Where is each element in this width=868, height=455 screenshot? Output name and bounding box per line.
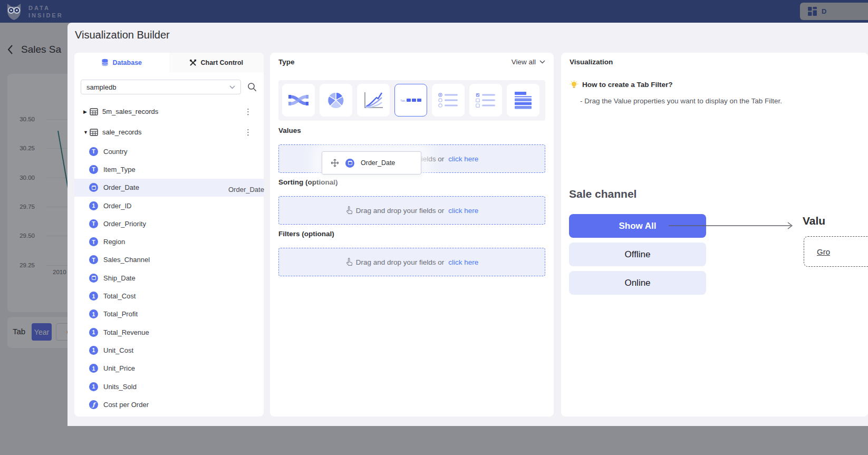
field-item[interactable]: Order_ID	[74, 197, 264, 215]
number-field-icon	[89, 382, 98, 391]
field-item[interactable]: Total_Cost	[74, 287, 264, 305]
view-all-button[interactable]: View all	[512, 58, 545, 66]
click-here-link[interactable]: click here	[448, 258, 478, 266]
annotation-arrow-icon	[669, 221, 796, 230]
brand[interactable]: DATA INSIDER	[4, 2, 63, 21]
click-here-link[interactable]: click here	[448, 155, 478, 163]
text-field-icon	[89, 219, 98, 228]
dropzone-hint: Drag and drop your fields or	[356, 258, 444, 266]
dropzone-hint: Drag and drop your fields or	[356, 207, 444, 215]
field-label: Order_Date	[103, 183, 139, 191]
dropdown-filter-icon[interactable]	[507, 84, 539, 117]
brand-line1: DATA	[28, 4, 63, 12]
field-item[interactable]: Region	[74, 233, 264, 250]
top-navbar: DATA INSIDER D	[0, 0, 868, 23]
number-field-icon	[89, 346, 98, 355]
number-field-icon	[89, 309, 98, 318]
field-item[interactable]: Units_Sold	[74, 377, 264, 395]
annotation-box: Gro	[804, 236, 868, 267]
text-field-icon	[89, 237, 98, 246]
table-item-sale-records[interactable]: sale_records	[74, 122, 264, 142]
table-name: sale_records	[102, 128, 141, 136]
tab-filter-icon[interactable]: Tab	[394, 84, 427, 117]
click-here-link[interactable]: click here	[448, 207, 478, 215]
drag-hand-icon	[345, 206, 353, 215]
search-icon[interactable]	[247, 82, 257, 92]
multi-choice-filter-icon[interactable]	[469, 84, 502, 117]
number-field-icon	[89, 292, 98, 301]
drag-ghost-order-date: Order_Date	[322, 151, 421, 175]
tip-title: How to create a Tab Filter?	[582, 81, 673, 89]
single-choice-filter-icon[interactable]	[432, 84, 465, 117]
sorting-section-label: Sorting (optional)	[278, 178, 337, 186]
view-all-label: View all	[512, 58, 536, 66]
tab-chart-control[interactable]: Chart Control	[169, 53, 264, 72]
table-icon	[90, 108, 98, 115]
type-section-label: Type	[278, 58, 295, 66]
field-item[interactable]: Order_Priority	[74, 215, 264, 233]
table-name: 5m_sales_records	[102, 108, 158, 115]
date-field-icon	[89, 183, 98, 192]
caret-down-icon[interactable]	[83, 130, 90, 135]
field-label: Total_Cost	[103, 292, 136, 300]
number-field-icon	[89, 201, 98, 210]
field-label: Country	[103, 148, 128, 156]
filters-section-label: Filters (optional)	[278, 230, 334, 238]
field-label: Ship_Date	[103, 274, 136, 282]
field-item[interactable]: Total_Profit	[74, 305, 264, 323]
field-label: Cost per Order	[103, 401, 149, 409]
field-item[interactable]: Item_Type	[74, 160, 264, 178]
preview-title: Sale channel	[569, 188, 636, 200]
chart-type-tray: Tab	[278, 80, 545, 121]
field-item[interactable]: Country	[74, 142, 264, 160]
tools-icon	[189, 59, 197, 66]
brand-line2: INSIDER	[28, 12, 63, 19]
field-tree: 5m_sales_records sale_records Country	[74, 101, 264, 413]
builder-panel: Type View all	[270, 53, 554, 417]
tab-database-label: Database	[112, 59, 142, 66]
text-field-icon	[89, 165, 98, 174]
visualization-panel: Visualization How to create a Tab Filter…	[561, 53, 868, 417]
dialog-title: Visualization Builder	[75, 29, 170, 41]
tab-chart-control-label: Chart Control	[200, 59, 243, 66]
database-select[interactable]: sampledb	[81, 80, 241, 94]
drag-origin-label: Order_Date	[228, 186, 264, 193]
database-panel: Database Chart Control sampledb	[74, 53, 264, 417]
field-label: Sales_Channel	[103, 256, 150, 264]
chevron-down-icon	[539, 60, 545, 64]
pie-chart-icon[interactable]	[320, 84, 352, 117]
field-label: Region	[103, 238, 125, 246]
field-item[interactable]: Unit_Price	[74, 360, 264, 377]
sankey-chart-icon[interactable]	[282, 84, 315, 117]
filters-dropzone[interactable]: Drag and drop your fields or click here	[278, 248, 545, 276]
preview-option-online[interactable]: Online	[569, 271, 706, 295]
line-chart-icon[interactable]	[357, 84, 390, 117]
function-field-icon	[89, 400, 98, 409]
visualization-heading: Visualization	[570, 58, 613, 66]
tip-body: - Drag the Value properties you want to …	[580, 97, 782, 105]
kebab-menu-icon[interactable]	[244, 107, 264, 117]
text-field-icon	[89, 255, 98, 264]
dashboard-button[interactable]: D	[800, 3, 868, 20]
kebab-menu-icon[interactable]	[244, 128, 264, 137]
field-item[interactable]: Cost per Order	[74, 395, 264, 413]
tab-database[interactable]: Database	[74, 53, 169, 72]
table-item-5m-sales-records[interactable]: 5m_sales_records	[74, 101, 264, 122]
field-label: Units_Sold	[103, 383, 137, 391]
field-label: Order_ID	[103, 202, 131, 210]
dashboard-icon	[807, 6, 817, 16]
caret-right-icon[interactable]	[83, 109, 90, 114]
field-item[interactable]: Unit_Cost	[74, 341, 264, 359]
owl-logo-icon	[4, 2, 24, 21]
values-section-label: Values	[278, 127, 301, 134]
field-item[interactable]: Total_Revenue	[74, 323, 264, 341]
preview-option-offline[interactable]: Offline	[569, 243, 706, 266]
number-field-icon	[89, 364, 98, 373]
field-item[interactable]: Sales_Channel	[74, 251, 264, 269]
visualization-builder-dialog: Visualization Builder Database	[67, 23, 868, 426]
table-icon	[90, 129, 98, 136]
lightbulb-icon	[570, 80, 578, 90]
sorting-dropzone[interactable]: Drag and drop your fields or click here	[278, 196, 545, 225]
field-item[interactable]: Ship_Date	[74, 269, 264, 287]
group-link[interactable]: Gro	[817, 247, 830, 256]
